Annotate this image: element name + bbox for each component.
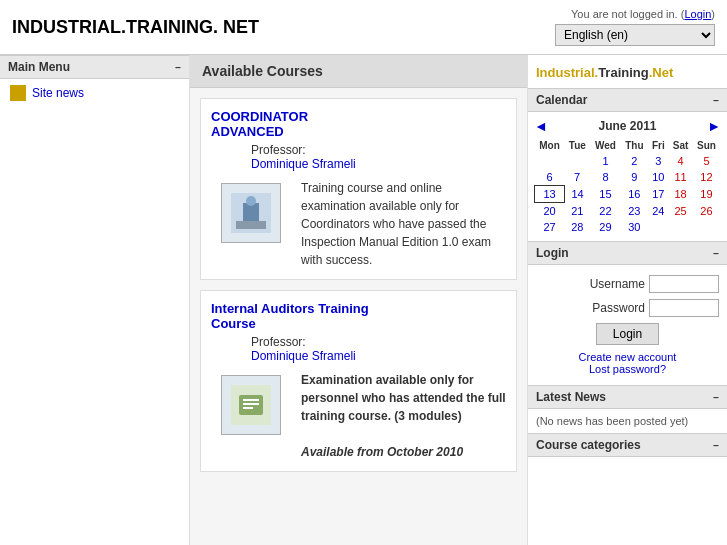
create-account-link[interactable]: Create new account — [536, 351, 719, 363]
brand-training: Training — [598, 65, 649, 80]
cal-day-28[interactable]: 28 — [571, 221, 583, 233]
login-status: You are not logged in. (Login) — [555, 8, 715, 20]
login-collapse-icon[interactable]: − — [713, 248, 719, 259]
cal-cell: 21 — [565, 203, 591, 220]
language-select[interactable]: English (en) — [555, 24, 715, 46]
cal-cell: 22 — [590, 203, 620, 220]
cal-day-29[interactable]: 29 — [599, 221, 611, 233]
cal-day-30[interactable]: 30 — [628, 221, 640, 233]
login-section: Login − Username Password Login Create n… — [528, 241, 727, 385]
cal-day-22[interactable]: 22 — [599, 205, 611, 217]
username-label: Username — [590, 277, 645, 291]
password-label: Password — [592, 301, 645, 315]
cal-day-3[interactable]: 3 — [655, 155, 661, 167]
latest-news-section: Latest News − (No news has been posted y… — [528, 385, 727, 433]
cal-day-21[interactable]: 21 — [571, 205, 583, 217]
right-panel: Industrial.Training.Net Calendar − ◄ Jun… — [527, 55, 727, 545]
cal-day-7[interactable]: 7 — [574, 171, 580, 183]
cal-day-25[interactable]: 25 — [674, 205, 686, 217]
cal-cell: 15 — [590, 186, 620, 203]
cal-cell: 6 — [535, 169, 565, 186]
cal-cell: 27 — [535, 219, 565, 235]
cal-day-8[interactable]: 8 — [602, 171, 608, 183]
svg-rect-7 — [243, 403, 259, 405]
login-button[interactable]: Login — [596, 323, 659, 345]
cal-day-17[interactable]: 17 — [652, 188, 664, 200]
cal-th-fri: Fri — [648, 138, 669, 153]
professor-link-2[interactable]: Dominique Sframeli — [251, 349, 356, 363]
cal-day-20[interactable]: 20 — [543, 205, 555, 217]
svg-rect-1 — [236, 221, 266, 229]
cal-day-4[interactable]: 4 — [677, 155, 683, 167]
cal-day-18[interactable]: 18 — [674, 188, 686, 200]
calendar-prev-btn[interactable]: ◄ — [534, 118, 548, 134]
calendar-nav: ◄ June 2011 ► — [534, 118, 721, 134]
calendar-content: ◄ June 2011 ► Mon Tue Wed Thu Fri Sat Su — [528, 112, 727, 241]
password-input[interactable] — [649, 299, 719, 317]
latest-news-header: Latest News − — [528, 386, 727, 409]
login-links: Create new account Lost password? — [536, 351, 719, 375]
course-title-auditors[interactable]: Internal Auditors TrainingCourse — [211, 301, 369, 331]
cal-cell — [692, 219, 720, 235]
sidebar-item-sitenews[interactable]: Site news — [0, 79, 189, 107]
cal-cell: 1 — [590, 153, 620, 169]
cal-day-9[interactable]: 9 — [631, 171, 637, 183]
calendar-collapse-icon[interactable]: − — [713, 95, 719, 106]
course-icon-box-1 — [221, 183, 281, 243]
cal-day-23[interactable]: 23 — [628, 205, 640, 217]
course-title-coordinator[interactable]: COORDINATORADVANCED — [211, 109, 308, 139]
brand-industrial: Industrial. — [536, 65, 598, 80]
brand-net: .Net — [649, 65, 674, 80]
cal-day-6[interactable]: 6 — [546, 171, 552, 183]
site-news-link[interactable]: Site news — [32, 86, 84, 100]
sidebar-collapse-icon[interactable]: − — [175, 62, 181, 73]
login-link[interactable]: Login — [684, 8, 711, 20]
course-icon-area-2 — [211, 371, 291, 461]
cal-day-2[interactable]: 2 — [631, 155, 637, 167]
cal-cell: 19 — [692, 186, 720, 203]
cal-day-12[interactable]: 12 — [700, 171, 712, 183]
cal-cell: 8 — [590, 169, 620, 186]
cal-th-mon: Mon — [535, 138, 565, 153]
login-content: Username Password Login Create new accou… — [528, 265, 727, 385]
cal-day-13[interactable]: 13 — [543, 188, 555, 200]
sidebar-header: Main Menu − — [0, 55, 189, 79]
professor-link-1[interactable]: Dominique Sframeli — [251, 157, 356, 171]
cal-day-14[interactable]: 14 — [572, 188, 584, 200]
username-input[interactable] — [649, 275, 719, 293]
cal-day-11[interactable]: 11 — [674, 171, 686, 183]
lost-password-link[interactable]: Lost password? — [536, 363, 719, 375]
cal-day-26[interactable]: 26 — [700, 205, 712, 217]
course-image-1 — [231, 193, 271, 233]
cal-day-1[interactable]: 1 — [602, 155, 608, 167]
cal-day-27[interactable]: 27 — [543, 221, 555, 233]
cal-day-16[interactable]: 16 — [628, 188, 640, 200]
login-header: Login − — [528, 242, 727, 265]
cal-day-10[interactable]: 10 — [652, 171, 664, 183]
latest-news-collapse-icon[interactable]: − — [713, 392, 719, 403]
cal-day-5[interactable]: 5 — [703, 155, 709, 167]
professor-label-2: Professor: — [251, 335, 306, 349]
cal-day-15[interactable]: 15 — [599, 188, 611, 200]
cal-day-24[interactable]: 24 — [652, 205, 664, 217]
cal-cell: 20 — [535, 203, 565, 220]
cal-cell: 14 — [565, 186, 591, 203]
latest-news-label: Latest News — [536, 390, 606, 404]
course-icon-box-2 — [221, 375, 281, 435]
cal-week-5: 27 28 29 30 — [535, 219, 721, 235]
cal-cell: 16 — [621, 186, 648, 203]
calendar-next-btn[interactable]: ► — [707, 118, 721, 134]
cal-th-tue: Tue — [565, 138, 591, 153]
cal-cell: 28 — [565, 219, 591, 235]
cal-cell: 11 — [669, 169, 693, 186]
course-desc-italic-2: Available from October 2010 — [301, 445, 463, 459]
cal-th-sat: Sat — [669, 138, 693, 153]
cal-day-19[interactable]: 19 — [700, 188, 712, 200]
lang-select-wrapper: English (en) — [555, 24, 715, 46]
course-categories-section: Course categories − — [528, 433, 727, 457]
sidebar: Main Menu − Site news — [0, 55, 190, 545]
professor-label-1: Professor: — [251, 143, 306, 157]
course-categories-collapse-icon[interactable]: − — [713, 440, 719, 451]
svg-point-3 — [246, 196, 256, 206]
course-description-1: Training course and online examination a… — [301, 179, 506, 269]
